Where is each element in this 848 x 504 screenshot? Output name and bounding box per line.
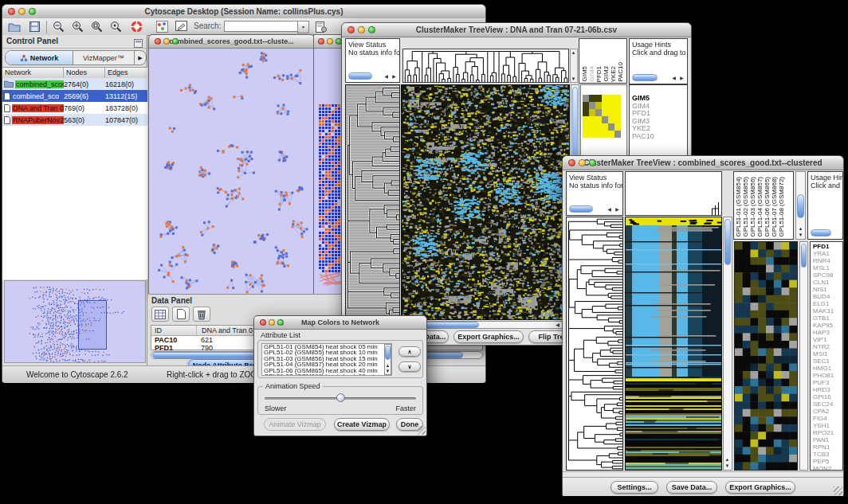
column-label[interactable]: GIM5 bbox=[582, 66, 588, 82]
hints-scrollbar[interactable] bbox=[811, 229, 831, 236]
column-dendrogram-panel[interactable] bbox=[625, 171, 722, 216]
gene-label[interactable]: PEP5 bbox=[813, 458, 842, 465]
gene-label[interactable]: GTB1 bbox=[813, 315, 842, 322]
heatmap-vscrollbar[interactable]: ▲ ▼ bbox=[723, 217, 732, 471]
close-button[interactable] bbox=[347, 26, 355, 33]
gene-label[interactable]: CLN1 bbox=[813, 279, 842, 286]
gene-label[interactable]: YSH1 bbox=[813, 422, 842, 429]
gene-label[interactable]: HRD3 bbox=[813, 386, 842, 393]
network-view-titlebar[interactable]: combined_scores_good.txt--cluste... bbox=[149, 35, 314, 49]
column-label[interactable]: PAC10 bbox=[618, 62, 624, 82]
gene-label[interactable]: PAC10 bbox=[632, 133, 687, 141]
gene-label[interactable]: PAN1 bbox=[813, 436, 842, 443]
open-file-icon[interactable] bbox=[6, 20, 22, 33]
slider-thumb[interactable] bbox=[336, 393, 345, 402]
gene-label[interactable]: BUD4 bbox=[813, 293, 842, 300]
column-label[interactable]: GIM3 bbox=[603, 66, 610, 82]
dialog-titlebar[interactable]: Map Colors to Network bbox=[254, 316, 426, 330]
network-graph-canvas[interactable] bbox=[149, 49, 312, 294]
hints-scrollbar[interactable] bbox=[632, 74, 658, 81]
minimize-button[interactable] bbox=[269, 319, 275, 326]
network-table-row[interactable]: combined_sco 2569(6) 13112(15) bbox=[2, 90, 147, 102]
gene-label[interactable]: PFD1 bbox=[813, 243, 842, 250]
column-dendrogram-panel[interactable] bbox=[402, 49, 569, 83]
gene-label[interactable]: MSL1 bbox=[813, 264, 842, 272]
column-label[interactable]: GPL51-08 (GSM872) bbox=[779, 177, 786, 237]
close-button[interactable] bbox=[260, 319, 266, 326]
columns-vscrollbar[interactable]: ▲ ▼ bbox=[795, 171, 806, 240]
close-button[interactable] bbox=[8, 8, 15, 15]
zoom-fit-icon[interactable] bbox=[88, 20, 104, 33]
attribute-table-icon[interactable] bbox=[151, 307, 169, 322]
close-button[interactable] bbox=[318, 38, 324, 45]
gene-label[interactable]: ELG1 bbox=[813, 300, 842, 307]
float-panel-icon[interactable] bbox=[134, 37, 143, 51]
gene-label[interactable]: VIP1 bbox=[813, 336, 842, 343]
column-scroll-strip[interactable]: ▲ ▼ bbox=[570, 49, 578, 83]
save-data-button[interactable]: Save Data... bbox=[666, 481, 717, 494]
column-label[interactable]: YKE2 bbox=[610, 66, 617, 82]
gene-label[interactable]: SEC24 bbox=[813, 400, 842, 408]
gene-label[interactable]: NIS1 bbox=[813, 286, 842, 293]
gene-label[interactable]: HMG1 bbox=[813, 365, 842, 372]
gene-label[interactable]: RPN1 bbox=[813, 443, 842, 451]
help-lifering-icon[interactable] bbox=[128, 20, 144, 33]
gene-label[interactable]: YRA1 bbox=[813, 250, 842, 257]
gene-label[interactable]: KAP95 bbox=[813, 322, 842, 329]
tab-vizmapper[interactable]: VizMapper™ bbox=[73, 51, 135, 64]
zoom-out-icon[interactable] bbox=[50, 20, 66, 33]
move-up-button[interactable]: ∧ bbox=[398, 346, 421, 357]
network-table-row[interactable]: DNA and Tran 07 769(0) 183728(0) bbox=[2, 102, 147, 114]
new-attribute-icon[interactable] bbox=[172, 307, 190, 322]
gene-label[interactable]: MON2 bbox=[813, 465, 842, 471]
scroll-right-icon[interactable]: ▶ bbox=[391, 74, 398, 79]
row-dendrogram-panel[interactable] bbox=[345, 84, 400, 320]
status-scrollbar[interactable] bbox=[348, 72, 372, 80]
treeview-combined-titlebar[interactable]: ClusterMaker TreeView : combined_scores_… bbox=[563, 156, 843, 170]
gene-label[interactable]: MAK31 bbox=[813, 307, 842, 315]
animation-speed-slider[interactable] bbox=[265, 397, 416, 400]
minimize-button[interactable] bbox=[579, 159, 586, 166]
row-dendrogram-panel[interactable] bbox=[566, 217, 623, 471]
column-label[interactable]: PFD1 bbox=[596, 66, 603, 82]
gene-label[interactable]: FIG4 bbox=[813, 415, 842, 422]
minimize-button[interactable] bbox=[358, 26, 365, 33]
attribute-item[interactable]: GPL51-07 (GSM868) heat shock 60 min bbox=[262, 373, 391, 376]
minimize-button[interactable] bbox=[327, 38, 333, 45]
gene-label[interactable]: RNR4 bbox=[813, 257, 842, 264]
resize-grip[interactable] bbox=[834, 486, 842, 495]
treeview-dna-titlebar[interactable]: ClusterMaker TreeView : DNA and Tran 07-… bbox=[342, 23, 691, 37]
zoom-in-icon[interactable] bbox=[69, 20, 85, 33]
close-button[interactable] bbox=[155, 38, 161, 45]
gene-label[interactable]: CPA2 bbox=[813, 408, 842, 415]
network-table-row[interactable]: combined_scores_ 2764(0) 16218(0) bbox=[2, 78, 147, 90]
gene-label[interactable]: SPC98 bbox=[813, 272, 842, 279]
gene-label[interactable]: TCB3 bbox=[813, 451, 842, 458]
scroll-left-icon[interactable]: ◀ bbox=[383, 74, 390, 79]
delete-attribute-icon[interactable] bbox=[193, 307, 210, 322]
zoom-button[interactable] bbox=[368, 26, 375, 33]
zoom-button[interactable] bbox=[277, 319, 284, 326]
close-button[interactable] bbox=[568, 159, 575, 166]
gene-label[interactable]: SEC1 bbox=[813, 357, 842, 365]
heatmap-global-panel[interactable] bbox=[625, 217, 722, 471]
column-label[interactable]: GIM4 bbox=[589, 66, 595, 82]
gene-label[interactable]: RPO21 bbox=[813, 429, 842, 436]
gene-label[interactable]: GPI16 bbox=[813, 393, 842, 400]
tab-overflow-icon[interactable]: ▶ bbox=[135, 51, 146, 64]
minimize-button[interactable] bbox=[18, 8, 26, 15]
zoom-vscrollbar[interactable] bbox=[799, 241, 808, 471]
gene-label[interactable]: PUF3 bbox=[813, 379, 842, 386]
zoom-selected-icon[interactable] bbox=[108, 20, 124, 33]
annotation-icon[interactable] bbox=[173, 20, 189, 33]
tab-network[interactable]: Network bbox=[6, 51, 73, 64]
dialog-button[interactable]: Create Vizmap bbox=[334, 418, 390, 431]
status-scrollbar[interactable] bbox=[569, 205, 593, 213]
heatmap-zoom-panel[interactable] bbox=[734, 241, 798, 471]
gene-label[interactable]: PHO81 bbox=[813, 372, 842, 379]
export-graphics-button[interactable]: Export Graphics... bbox=[725, 481, 795, 494]
save-icon[interactable] bbox=[26, 20, 42, 33]
gene-label[interactable]: MSI1 bbox=[813, 350, 842, 357]
attribute-list-scrollbar[interactable]: ▲ ▼ bbox=[384, 344, 391, 375]
vizmap-nodes-icon[interactable] bbox=[154, 20, 170, 33]
